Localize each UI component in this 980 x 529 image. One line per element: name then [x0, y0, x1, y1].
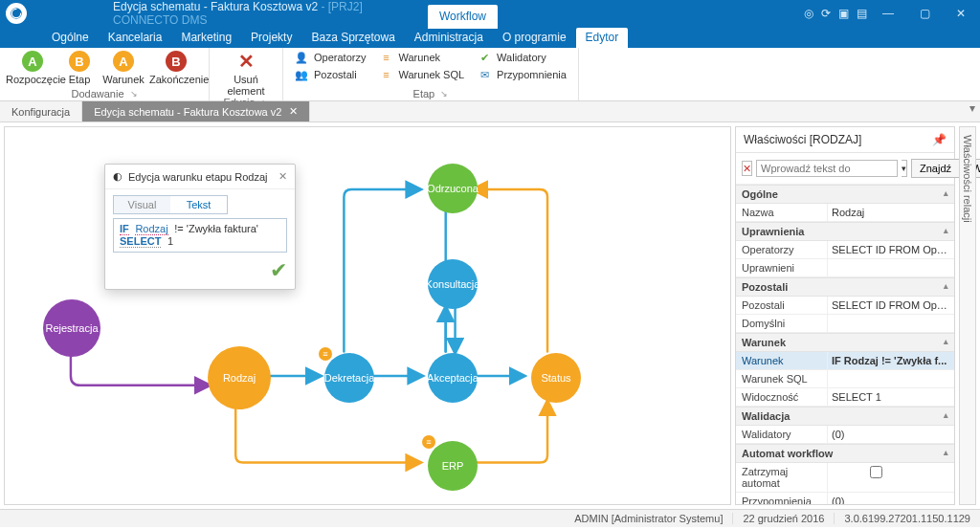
row-warunek[interactable]: WarunekIF Rodzaj != 'Zwykła f...	[736, 352, 954, 370]
tab-konfiguracja[interactable]: Konfiguracja	[0, 101, 82, 121]
collapse-icon[interactable]: ▴	[944, 448, 948, 459]
row-zatrzymaj[interactable]: Zatrzymaj automat	[736, 463, 954, 493]
node-dekretacja[interactable]: Dekretacja	[324, 353, 374, 403]
btn-find[interactable]: Znajdź	[911, 159, 960, 178]
windows-icon[interactable]: ▣	[838, 7, 849, 20]
btn-warunek[interactable]: AWarunek	[100, 50, 147, 85]
condition-icon: A	[113, 51, 134, 72]
section-walidacja[interactable]: Walidacja▴	[736, 407, 954, 426]
dialog-icon: ◐	[113, 170, 122, 183]
menu-edytor[interactable]: Edytor	[576, 28, 629, 48]
checkbox-zatrzymaj[interactable]	[870, 466, 882, 478]
end-icon: B	[166, 51, 187, 72]
collapse-icon[interactable]: ▴	[944, 281, 948, 293]
menu-baza[interactable]: Baza Sprzętowa	[301, 28, 404, 48]
btn-pozostali[interactable]: 👥Pozostali	[289, 67, 371, 82]
row-przypomnienia[interactable]: Przypomnienia(0)	[736, 493, 954, 504]
node-status[interactable]: Status	[531, 353, 581, 403]
expand-icon[interactable]: ↘	[440, 89, 448, 99]
dialog-edit-condition[interactable]: ◐ Edycja warunku etapu Rodzaj ✕ Visual T…	[104, 164, 296, 290]
menu-projekty[interactable]: Projekty	[241, 28, 301, 48]
section-pozostali[interactable]: Pozostali▴	[736, 277, 954, 297]
workspace: Rejestracja Rodzaj Dekretacja ≡ Akceptac…	[0, 122, 980, 509]
node-konsultacja[interactable]: Konsultacja	[428, 259, 478, 309]
mail-icon: ✉	[478, 68, 491, 81]
tab-visual[interactable]: Visual	[114, 196, 170, 213]
btn-przypomnienia[interactable]: ✉Przypomnienia	[472, 67, 572, 82]
node-akceptacja[interactable]: Akceptacja	[428, 353, 478, 403]
users-icon: 👤	[295, 51, 308, 64]
check-icon: ✔	[478, 51, 491, 64]
menu-oprogramie[interactable]: O programie	[493, 28, 576, 48]
node-erp[interactable]: ERP	[428, 441, 478, 491]
collapse-icon[interactable]: ▴	[944, 188, 948, 200]
dialog-close-icon[interactable]: ✕	[278, 170, 287, 183]
btn-warunek-mini[interactable]: ≡Warunek	[373, 50, 470, 65]
properties-list: Ogólne▴ NazwaRodzaj Uprawnienia▴ Operato…	[736, 185, 954, 504]
section-automat[interactable]: Automat workflow▴	[736, 444, 954, 463]
status-user: ADMIN [Administrator Systemu]	[565, 513, 732, 524]
btn-warunek-sql[interactable]: ≡Warunek SQL	[373, 67, 470, 82]
kw-field: Rodzaj	[135, 223, 167, 235]
window-title: Edycja schematu - Faktura Kosztowa v2 - …	[113, 0, 420, 27]
collapse-icon[interactable]: ▴	[944, 226, 948, 237]
panel-search-input[interactable]	[756, 160, 898, 177]
expand-icon[interactable]: ↘	[130, 89, 138, 99]
close-tab-icon[interactable]: ✕	[289, 105, 298, 118]
node-odrzucona[interactable]: Odrzucona	[428, 164, 478, 213]
row-domyslni[interactable]: Domyślni	[736, 315, 954, 333]
tab-tekst[interactable]: Tekst	[170, 196, 227, 213]
row-walidatory[interactable]: Walidatory(0)	[736, 426, 954, 444]
clear-search-icon[interactable]: ✕	[742, 161, 752, 176]
section-warunek[interactable]: Warunek▴	[736, 333, 954, 352]
row-pozostali[interactable]: PozostaliSELECT ID FROM Opera...	[736, 297, 954, 315]
row-warunek-sql[interactable]: Warunek SQL	[736, 370, 954, 388]
tab-schemat[interactable]: Edycja schematu - Faktura Kosztowa v2✕	[82, 101, 310, 121]
menu-kancelaria[interactable]: Kancelaria	[99, 28, 172, 48]
tab-workflow-context[interactable]: Workflow	[428, 5, 498, 29]
close-button[interactable]: ✕	[947, 7, 974, 20]
section-uprawnienia[interactable]: Uprawnienia▴	[736, 222, 954, 241]
search-dropdown-icon[interactable]: ▾	[902, 160, 907, 177]
globe-icon[interactable]: ◎	[804, 7, 813, 20]
refresh-icon[interactable]: ⟳	[821, 7, 831, 20]
section-ogolne[interactable]: Ogólne▴	[736, 185, 954, 204]
pin-icon[interactable]: 📌	[932, 133, 947, 146]
expression-input[interactable]: IF Rodzaj != 'Zwykła faktura' SELECT 1	[113, 218, 287, 253]
btn-rozpoczecie[interactable]: ARozpoczęcie	[6, 50, 59, 85]
menu-ogolne[interactable]: Ogólne	[42, 28, 99, 48]
btn-usun-element[interactable]: ✕Usuń element	[215, 50, 277, 97]
row-nazwa[interactable]: NazwaRodzaj	[736, 204, 954, 222]
row-operatorzy[interactable]: OperatorzySELECT ID FROM Opera...	[736, 241, 954, 259]
stage-icon: B	[69, 51, 90, 72]
btn-operatorzy[interactable]: 👤Operatorzy	[289, 50, 371, 65]
node-rodzaj[interactable]: Rodzaj	[211, 349, 268, 407]
menu-bar: Ogólne Kancelaria Marketing Projekty Baz…	[0, 27, 980, 48]
delete-icon: ✕	[235, 51, 256, 72]
app-logo	[6, 3, 27, 24]
collapse-icon[interactable]: ▴	[944, 410, 948, 422]
title-bar: Edycja schematu - Faktura Kosztowa v2 - …	[0, 0, 980, 27]
btn-zakonczenie[interactable]: BZakończenie	[149, 50, 203, 85]
row-uprawnieni[interactable]: Uprawnieni	[736, 259, 954, 277]
status-bar: ADMIN [Administrator Systemu] 22 grudzie…	[0, 509, 980, 527]
sidebar-tab-relacji[interactable]: Właściwości relacji	[959, 126, 976, 505]
menu-admin[interactable]: Administracja	[405, 28, 493, 48]
collapse-icon[interactable]: ▴	[944, 337, 948, 348]
minimize-button[interactable]: —	[875, 7, 902, 20]
diagram-canvas[interactable]: Rejestracja Rodzaj Dekretacja ≡ Akceptac…	[4, 126, 731, 505]
btn-etap[interactable]: BEtap	[61, 50, 98, 85]
dialog-title: Edycja warunku etapu Rodzaj	[128, 171, 268, 183]
node-rejestracja[interactable]: Rejestracja	[43, 299, 100, 357]
ribbon-group-edycja: ✕Usuń element Edycja↘	[210, 48, 283, 100]
document-tabs: Konfiguracja Edycja schematu - Faktura K…	[0, 101, 980, 122]
tabs-dropdown-icon[interactable]: ▾	[965, 101, 980, 121]
menu-marketing[interactable]: Marketing	[171, 28, 241, 48]
btn-walidatory[interactable]: ✔Walidatory	[472, 50, 572, 65]
dialog-confirm-button[interactable]: ✔	[105, 258, 295, 289]
layout-icon[interactable]: ▤	[857, 7, 867, 20]
ribbon-group-etap: 👤Operatorzy 👥Pozostali ≡Warunek ≡Warunek…	[283, 48, 579, 100]
maximize-button[interactable]: ▢	[911, 7, 938, 20]
dialog-tabs: Visual Tekst	[113, 195, 228, 214]
row-widocznosc[interactable]: WidocznośćSELECT 1	[736, 388, 954, 407]
